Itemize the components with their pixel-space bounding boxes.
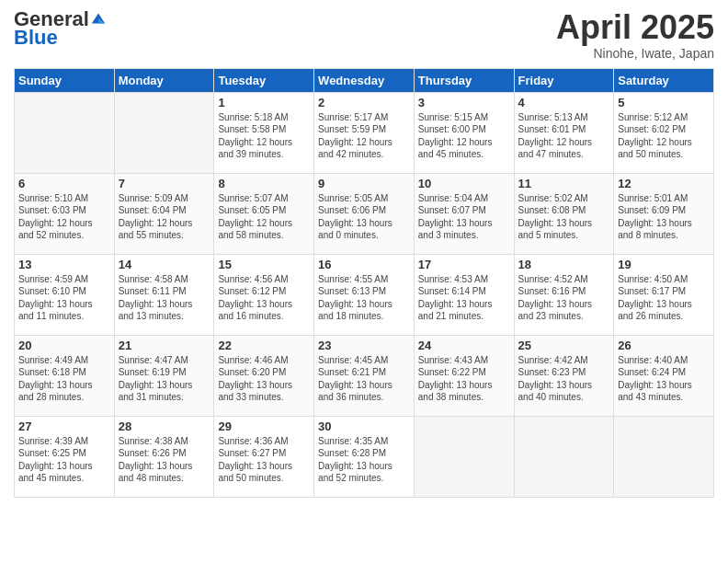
calendar-cell: 13Sunrise: 4:59 AMSunset: 6:10 PMDayligh… (15, 254, 115, 335)
calendar-page: General Blue April 2025 Ninohe, Iwate, J… (0, 0, 728, 563)
calendar-week-row: 20Sunrise: 4:49 AMSunset: 6:18 PMDayligh… (15, 335, 714, 416)
calendar-cell (15, 92, 115, 173)
calendar-cell: 7Sunrise: 5:09 AMSunset: 6:04 PMDaylight… (114, 173, 214, 254)
calendar-cell: 15Sunrise: 4:56 AMSunset: 6:12 PMDayligh… (214, 254, 314, 335)
calendar-cell: 6Sunrise: 5:10 AMSunset: 6:03 PMDaylight… (15, 173, 115, 254)
weekday-header-row: SundayMondayTuesdayWednesdayThursdayFrid… (15, 68, 714, 92)
day-number: 27 (18, 419, 110, 433)
calendar-cell: 14Sunrise: 4:58 AMSunset: 6:11 PMDayligh… (114, 254, 214, 335)
header: General Blue April 2025 Ninohe, Iwate, J… (14, 9, 714, 61)
day-info: Sunrise: 4:45 AMSunset: 6:21 PMDaylight:… (318, 354, 410, 404)
calendar-cell: 1Sunrise: 5:18 AMSunset: 5:58 PMDaylight… (214, 92, 314, 173)
day-info: Sunrise: 5:10 AMSunset: 6:03 PMDaylight:… (18, 192, 110, 242)
day-number: 6 (18, 177, 110, 190)
day-info: Sunrise: 4:52 AMSunset: 6:16 PMDaylight:… (518, 273, 610, 323)
day-number: 18 (518, 258, 610, 271)
calendar-title: April 2025 (556, 9, 714, 46)
day-number: 7 (119, 177, 210, 190)
calendar-week-row: 27Sunrise: 4:39 AMSunset: 6:25 PMDayligh… (15, 416, 714, 497)
calendar-cell: 11Sunrise: 5:02 AMSunset: 6:08 PMDayligh… (514, 173, 614, 254)
day-info: Sunrise: 4:40 AMSunset: 6:24 PMDaylight:… (618, 354, 710, 404)
calendar-cell: 23Sunrise: 4:45 AMSunset: 6:21 PMDayligh… (314, 335, 415, 416)
logo: General Blue (14, 9, 107, 50)
weekday-header: Wednesday (314, 68, 415, 92)
calendar-cell: 17Sunrise: 4:53 AMSunset: 6:14 PMDayligh… (414, 254, 514, 335)
title-block: April 2025 Ninohe, Iwate, Japan (556, 9, 714, 61)
calendar-cell: 26Sunrise: 4:40 AMSunset: 6:24 PMDayligh… (614, 335, 714, 416)
calendar-cell: 20Sunrise: 4:49 AMSunset: 6:18 PMDayligh… (15, 335, 115, 416)
day-number: 19 (618, 258, 710, 271)
day-info: Sunrise: 5:15 AMSunset: 6:00 PMDaylight:… (418, 111, 510, 161)
day-info: Sunrise: 4:36 AMSunset: 6:27 PMDaylight:… (218, 435, 310, 485)
day-number: 15 (218, 258, 310, 271)
day-info: Sunrise: 4:59 AMSunset: 6:10 PMDaylight:… (18, 273, 110, 323)
calendar-cell: 12Sunrise: 5:01 AMSunset: 6:09 PMDayligh… (614, 173, 714, 254)
calendar-cell: 28Sunrise: 4:38 AMSunset: 6:26 PMDayligh… (114, 416, 214, 497)
day-number: 9 (318, 177, 410, 190)
day-number: 28 (119, 419, 210, 433)
day-number: 24 (418, 339, 510, 352)
day-info: Sunrise: 5:02 AMSunset: 6:08 PMDaylight:… (518, 192, 610, 242)
weekday-header: Saturday (614, 68, 714, 92)
calendar-cell (614, 416, 714, 497)
day-info: Sunrise: 5:09 AMSunset: 6:04 PMDaylight:… (119, 192, 210, 242)
weekday-header: Sunday (15, 68, 115, 92)
day-number: 23 (318, 339, 410, 352)
logo-icon (90, 10, 107, 27)
day-info: Sunrise: 5:04 AMSunset: 6:07 PMDaylight:… (418, 192, 510, 242)
calendar-cell: 2Sunrise: 5:17 AMSunset: 5:59 PMDaylight… (314, 92, 415, 173)
weekday-header: Monday (114, 68, 214, 92)
day-number: 20 (18, 339, 110, 352)
day-number: 14 (119, 258, 210, 271)
day-number: 22 (218, 339, 310, 352)
calendar-cell: 4Sunrise: 5:13 AMSunset: 6:01 PMDaylight… (514, 92, 614, 173)
day-info: Sunrise: 4:43 AMSunset: 6:22 PMDaylight:… (418, 354, 510, 404)
day-info: Sunrise: 5:05 AMSunset: 6:06 PMDaylight:… (318, 192, 410, 242)
calendar-week-row: 13Sunrise: 4:59 AMSunset: 6:10 PMDayligh… (15, 254, 714, 335)
day-info: Sunrise: 5:13 AMSunset: 6:01 PMDaylight:… (518, 111, 610, 161)
calendar-cell: 9Sunrise: 5:05 AMSunset: 6:06 PMDaylight… (314, 173, 415, 254)
day-info: Sunrise: 4:53 AMSunset: 6:14 PMDaylight:… (418, 273, 510, 323)
calendar-table: SundayMondayTuesdayWednesdayThursdayFrid… (14, 68, 714, 498)
calendar-cell: 16Sunrise: 4:55 AMSunset: 6:13 PMDayligh… (314, 254, 415, 335)
calendar-cell: 27Sunrise: 4:39 AMSunset: 6:25 PMDayligh… (15, 416, 115, 497)
calendar-cell: 3Sunrise: 5:15 AMSunset: 6:00 PMDaylight… (414, 92, 514, 173)
day-info: Sunrise: 5:07 AMSunset: 6:05 PMDaylight:… (218, 192, 310, 242)
day-info: Sunrise: 4:55 AMSunset: 6:13 PMDaylight:… (318, 273, 410, 323)
day-info: Sunrise: 5:17 AMSunset: 5:59 PMDaylight:… (318, 111, 410, 161)
day-info: Sunrise: 4:46 AMSunset: 6:20 PMDaylight:… (218, 354, 310, 404)
calendar-cell (114, 92, 214, 173)
day-number: 1 (218, 96, 310, 109)
day-number: 16 (318, 258, 410, 271)
day-number: 30 (318, 419, 410, 433)
day-number: 8 (218, 177, 310, 190)
day-info: Sunrise: 4:35 AMSunset: 6:28 PMDaylight:… (318, 435, 410, 485)
calendar-cell: 25Sunrise: 4:42 AMSunset: 6:23 PMDayligh… (514, 335, 614, 416)
day-info: Sunrise: 4:38 AMSunset: 6:26 PMDaylight:… (119, 435, 210, 485)
calendar-cell (514, 416, 614, 497)
calendar-location: Ninohe, Iwate, Japan (556, 46, 714, 61)
calendar-week-row: 1Sunrise: 5:18 AMSunset: 5:58 PMDaylight… (15, 92, 714, 173)
day-number: 5 (618, 96, 710, 109)
day-info: Sunrise: 4:49 AMSunset: 6:18 PMDaylight:… (18, 354, 110, 404)
calendar-cell: 19Sunrise: 4:50 AMSunset: 6:17 PMDayligh… (614, 254, 714, 335)
calendar-cell (414, 416, 514, 497)
calendar-cell: 30Sunrise: 4:35 AMSunset: 6:28 PMDayligh… (314, 416, 415, 497)
day-number: 11 (518, 177, 610, 190)
day-number: 26 (618, 339, 710, 352)
calendar-cell: 5Sunrise: 5:12 AMSunset: 6:02 PMDaylight… (614, 92, 714, 173)
calendar-cell: 22Sunrise: 4:46 AMSunset: 6:20 PMDayligh… (214, 335, 314, 416)
day-info: Sunrise: 4:50 AMSunset: 6:17 PMDaylight:… (618, 273, 710, 323)
day-number: 29 (218, 419, 310, 433)
calendar-cell: 8Sunrise: 5:07 AMSunset: 6:05 PMDaylight… (214, 173, 314, 254)
calendar-cell: 10Sunrise: 5:04 AMSunset: 6:07 PMDayligh… (414, 173, 514, 254)
day-info: Sunrise: 5:18 AMSunset: 5:58 PMDaylight:… (218, 111, 310, 161)
day-number: 12 (618, 177, 710, 190)
weekday-header: Tuesday (214, 68, 314, 92)
calendar-week-row: 6Sunrise: 5:10 AMSunset: 6:03 PMDaylight… (15, 173, 714, 254)
day-info: Sunrise: 5:12 AMSunset: 6:02 PMDaylight:… (618, 111, 710, 161)
day-number: 25 (518, 339, 610, 352)
day-info: Sunrise: 4:42 AMSunset: 6:23 PMDaylight:… (518, 354, 610, 404)
day-info: Sunrise: 5:01 AMSunset: 6:09 PMDaylight:… (618, 192, 710, 242)
calendar-cell: 29Sunrise: 4:36 AMSunset: 6:27 PMDayligh… (214, 416, 314, 497)
